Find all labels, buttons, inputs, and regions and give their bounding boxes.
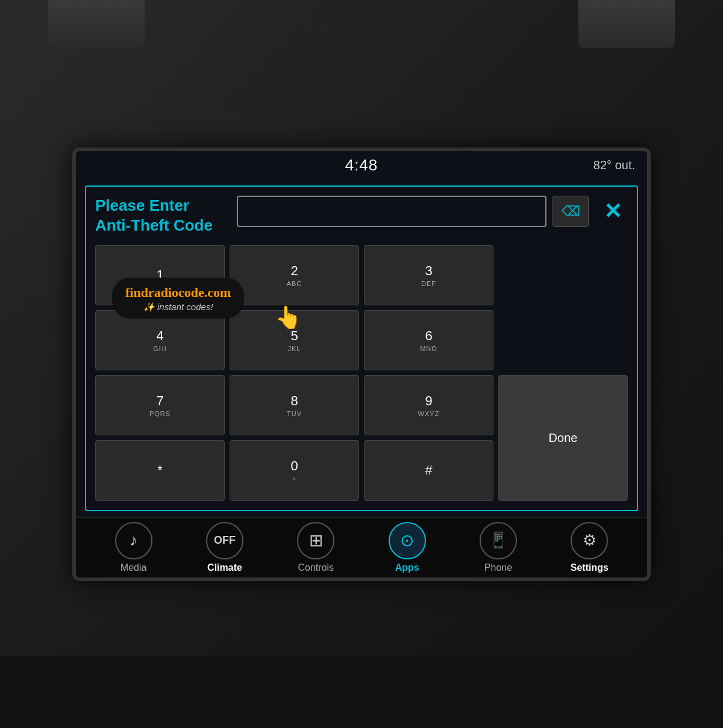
gear-icon: ⚙	[583, 531, 596, 550]
screen-content: 4:48 82° out. Please Enter Anti-Theft Co…	[76, 151, 647, 577]
controls-icon: ⊞	[309, 530, 323, 550]
settings-icon-circle: ⚙	[571, 522, 608, 559]
clock-display: 4:48	[345, 156, 378, 175]
nav-climate-label: Climate	[207, 562, 242, 573]
nav-apps-label: Apps	[395, 562, 419, 573]
dialog-title: Please Enter Anti-Theft Code	[95, 196, 228, 237]
apps-icon-circle: ⊙	[389, 522, 426, 559]
nav-controls-label: Controls	[298, 562, 334, 573]
nav-settings-label: Settings	[571, 562, 609, 573]
nav-phone[interactable]: 📱 Phone	[462, 522, 534, 573]
main-content: Please Enter Anti-Theft Code ⌫ ✕	[76, 179, 647, 517]
nav-media[interactable]: ♪ Media	[98, 522, 170, 573]
close-icon: ✕	[604, 199, 622, 224]
keypad: 1 2 ABC 3 DEF 4	[95, 245, 628, 500]
phone-icon-circle: 📱	[480, 522, 517, 559]
key-hash[interactable]: #	[364, 440, 493, 500]
backspace-icon: ⌫	[562, 204, 580, 219]
phone-icon: 📱	[489, 531, 508, 550]
controls-icon-circle: ⊞	[297, 522, 334, 559]
done-button[interactable]: Done	[498, 375, 628, 500]
nav-bar: ♪ Media OFF Climate ⊞ Controls	[76, 517, 647, 577]
infotainment-screen: 4:48 82° out. Please Enter Anti-Theft Co…	[72, 148, 651, 581]
key-2[interactable]: 2 ABC	[230, 245, 359, 305]
media-icon-circle: ♪	[115, 522, 152, 559]
input-area: ⌫ ✕	[237, 196, 628, 227]
key-7[interactable]: 7 PQRS	[95, 375, 225, 435]
car-frame: 4:48 82° out. Please Enter Anti-Theft Co…	[0, 0, 723, 728]
nav-climate[interactable]: OFF Climate	[189, 522, 261, 573]
nav-apps[interactable]: ⊙ Apps	[371, 522, 443, 573]
dashboard-trim	[0, 656, 723, 728]
apps-icon: ⊙	[400, 530, 414, 550]
key-6[interactable]: 6 MNO	[364, 310, 493, 370]
nav-media-label: Media	[120, 562, 147, 573]
backspace-button[interactable]: ⌫	[552, 196, 589, 227]
music-icon: ♪	[130, 531, 137, 550]
key-0[interactable]: 0 +	[230, 440, 359, 500]
off-icon: OFF	[214, 534, 236, 547]
key-9[interactable]: 9 WXYZ	[364, 375, 493, 435]
nav-settings[interactable]: ⚙ Settings	[553, 522, 625, 573]
temperature-display: 82° out.	[593, 158, 635, 172]
anti-theft-dialog: Please Enter Anti-Theft Code ⌫ ✕	[85, 185, 638, 511]
frame-decoration-right	[578, 0, 675, 48]
close-button[interactable]: ✕	[598, 196, 628, 226]
empty-1	[498, 245, 628, 305]
empty-2	[498, 310, 628, 370]
nav-phone-label: Phone	[484, 562, 512, 573]
climate-icon-circle: OFF	[206, 522, 243, 559]
key-1[interactable]: 1	[95, 245, 225, 305]
code-input-field[interactable]	[237, 196, 546, 227]
key-8[interactable]: 8 TUV	[230, 375, 359, 435]
key-4[interactable]: 4 GHI	[95, 310, 225, 370]
nav-controls[interactable]: ⊞ Controls	[280, 522, 352, 573]
key-5[interactable]: 5 JKL	[230, 310, 359, 370]
key-star[interactable]: *	[95, 440, 225, 500]
key-3[interactable]: 3 DEF	[364, 245, 493, 305]
status-bar: 4:48 82° out.	[76, 151, 647, 179]
dialog-top-row: Please Enter Anti-Theft Code ⌫ ✕	[95, 196, 628, 237]
frame-decoration-left	[48, 0, 145, 48]
